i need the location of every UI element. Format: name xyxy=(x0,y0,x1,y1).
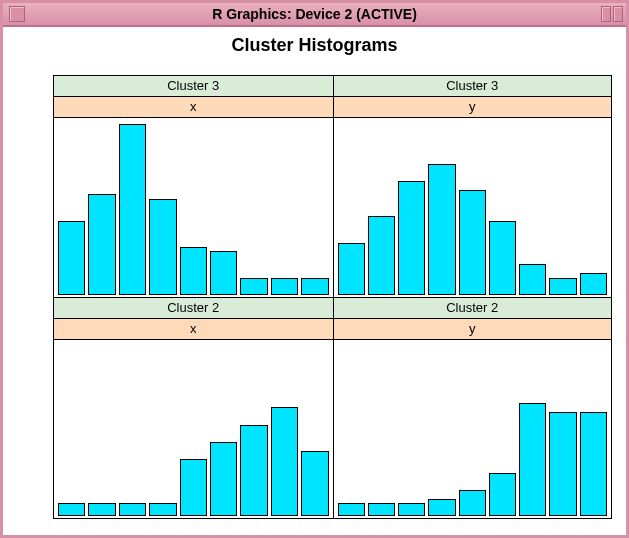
bar xyxy=(398,181,425,295)
strip-cluster: Cluster 2 xyxy=(54,298,333,319)
bar xyxy=(88,194,115,295)
strip-cluster: Cluster 3 xyxy=(54,76,333,97)
maximize-icon[interactable] xyxy=(613,6,623,22)
bar xyxy=(58,221,85,295)
strip-variable: y xyxy=(334,97,612,118)
panel-cluster2-y: Cluster 2 y xyxy=(333,297,612,518)
bar xyxy=(428,164,455,295)
bar xyxy=(119,124,146,295)
bars xyxy=(58,342,329,516)
panel-cluster2-x: Cluster 2 x xyxy=(54,297,333,518)
bar xyxy=(489,473,516,517)
bar xyxy=(119,503,146,516)
strip-variable: y xyxy=(334,319,612,340)
bar xyxy=(210,251,237,295)
bar xyxy=(210,442,237,516)
bar xyxy=(271,407,298,516)
bar xyxy=(549,412,576,516)
bar xyxy=(519,264,546,295)
bar xyxy=(271,278,298,296)
plot-canvas: Cluster Histograms Counts per bin by var… xyxy=(5,27,624,529)
bar xyxy=(301,278,328,296)
strip-variable: x xyxy=(54,319,333,340)
bar xyxy=(368,216,395,295)
chart-grid: Cluster 3 x Cluster 3 y Cluster 2 x xyxy=(53,75,612,519)
bars xyxy=(338,342,608,516)
panel-cluster3-y: Cluster 3 y xyxy=(333,76,612,297)
bar xyxy=(580,273,607,295)
bar xyxy=(549,278,576,296)
plot-title: Cluster Histograms xyxy=(5,35,624,56)
bar xyxy=(398,503,425,516)
strip-cluster: Cluster 2 xyxy=(334,298,612,319)
window-menu-icon[interactable] xyxy=(9,6,25,22)
strip-variable: x xyxy=(54,97,333,118)
bar xyxy=(240,425,267,516)
bar xyxy=(338,503,365,516)
bar xyxy=(301,451,328,516)
strip-cluster: Cluster 3 xyxy=(334,76,612,97)
bar xyxy=(459,190,486,295)
bar xyxy=(338,243,365,296)
bar xyxy=(149,503,176,516)
bar xyxy=(459,490,486,516)
bars xyxy=(58,120,329,295)
bar xyxy=(180,459,207,516)
bar xyxy=(519,403,546,516)
bar xyxy=(88,503,115,516)
bar xyxy=(489,221,516,295)
bars xyxy=(338,120,608,295)
bar xyxy=(368,503,395,516)
minimize-icon[interactable] xyxy=(601,6,611,22)
bar xyxy=(58,503,85,516)
bar xyxy=(580,412,607,516)
bar xyxy=(240,278,267,296)
bar xyxy=(180,247,207,295)
window-title: R Graphics: Device 2 (ACTIVE) xyxy=(3,6,626,22)
window-titlebar[interactable]: R Graphics: Device 2 (ACTIVE) xyxy=(3,3,626,27)
panel-cluster3-x: Cluster 3 x xyxy=(54,76,333,297)
bar xyxy=(428,499,455,516)
bar xyxy=(149,199,176,295)
